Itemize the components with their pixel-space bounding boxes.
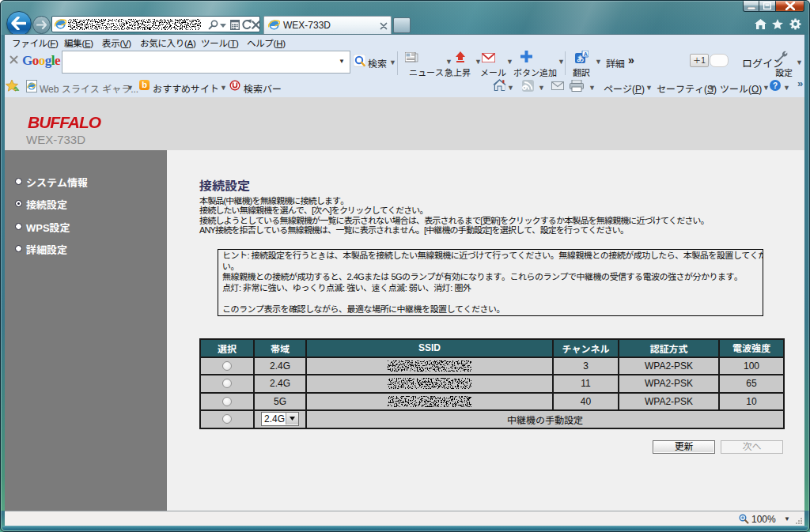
- svg-text:A: A: [584, 51, 588, 57]
- svg-text:?: ?: [773, 81, 778, 90]
